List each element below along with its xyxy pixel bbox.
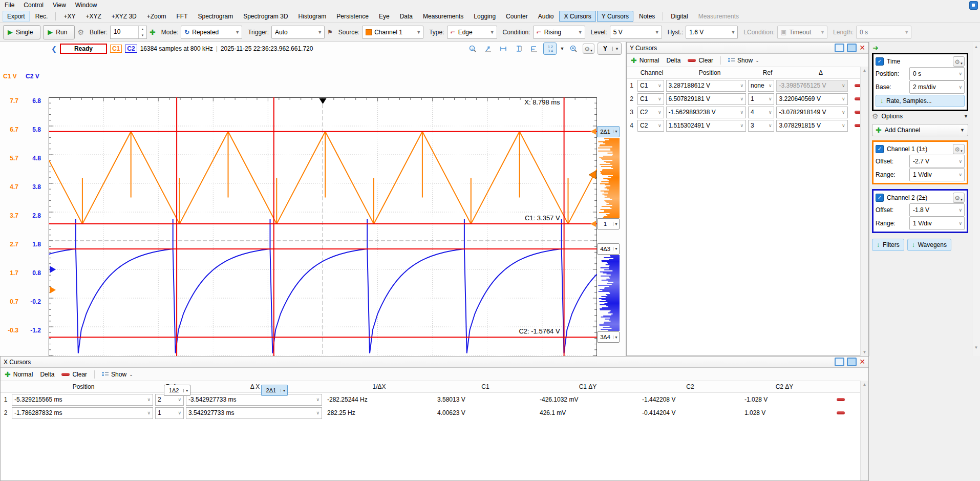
x-dx-combo[interactable]: -3.542927733 ms∨ [186, 394, 322, 406]
maximize-window-icon[interactable] [847, 44, 857, 52]
collapse-left-icon[interactable]: ❮ [51, 45, 57, 53]
edge-measure-button[interactable] [528, 43, 540, 54]
x-cursors-titlebar[interactable]: X Cursors ✕ [1, 357, 868, 368]
y-axis-selector[interactable]: Y▼ [598, 43, 622, 55]
time-base-select[interactable]: 2 ms/div∨ [909, 80, 965, 94]
quad-view-dropdown-icon[interactable]: ▼ [560, 46, 564, 51]
channel1-badge[interactable]: C1 [110, 45, 122, 53]
add-channel-button[interactable]: ✚ Add Channel ▼ [872, 124, 968, 136]
tab-logging[interactable]: Logging [469, 11, 500, 22]
channel-select[interactable]: C2∨ [637, 107, 664, 118]
tab-persistence[interactable]: Persistence [332, 11, 373, 22]
y-clear-button[interactable]: Clear [688, 57, 713, 64]
run-button[interactable]: ▶ Run [43, 25, 75, 39]
tab-audio[interactable]: Audio [534, 11, 559, 22]
trigger-select[interactable]: Auto ▼ [271, 26, 325, 39]
single-button[interactable]: ▶ Single [3, 25, 40, 39]
channel-select[interactable]: C1∨ [637, 80, 664, 92]
y-show-button[interactable]: Show⌄ [728, 57, 759, 64]
plot-area[interactable]: X: 8.798 msC1: 3.357 VC2: -1.5764 V [49, 97, 597, 384]
y-cursors-titlebar[interactable]: Y Cursors ✕ [627, 43, 868, 54]
app-icon[interactable] [969, 1, 978, 10]
condition-select[interactable]: ⌐ Rising ▼ [533, 26, 585, 39]
close-window-icon[interactable]: ✕ [859, 45, 865, 51]
y-cursor-tag-3Δ4[interactable]: 3Δ4▼ [597, 331, 620, 343]
y-cursor-tag-2Δ1[interactable]: 2Δ1▼ [597, 126, 620, 137]
x-show-button[interactable]: Show⌄ [102, 371, 133, 378]
tab--xy[interactable]: +XY [59, 11, 80, 22]
tab-y-cursors[interactable]: Y Cursors [597, 11, 633, 22]
channel1-offset-select[interactable]: -2.7 V∨ [909, 155, 965, 168]
tab-data[interactable]: Data [395, 11, 417, 22]
menu-window[interactable]: Window [71, 1, 102, 10]
source-select[interactable]: Channel 1 ▼ [362, 26, 423, 39]
menu-control[interactable]: Control [19, 1, 48, 10]
position-combo[interactable]: -1.5629893238 V∨ [666, 107, 746, 118]
delta-combo[interactable]: 3.220640569 V∨ [776, 93, 847, 105]
time-gear-button[interactable]: ⚙▼ [953, 56, 965, 67]
zoom-reset-button[interactable]: 1 [466, 43, 479, 54]
maximize-window-icon[interactable] [847, 358, 857, 366]
time-position-select[interactable]: 0 s∨ [909, 67, 965, 80]
x-add-delta-button[interactable]: Delta [40, 371, 54, 378]
quad-view-button[interactable]: 1234 [543, 43, 557, 55]
ref-select[interactable]: 4∨ [748, 107, 775, 118]
sidebar-scrollbar[interactable]: ▲ ▼ [972, 42, 980, 356]
tab-rec-[interactable]: Rec. [31, 11, 53, 22]
add-mode-icon[interactable]: ✚ [150, 28, 156, 36]
tab-counter[interactable]: Counter [501, 11, 532, 22]
ref-select[interactable]: none∨ [748, 80, 775, 92]
x-dx-combo[interactable]: 3.542927733 ms∨ [186, 407, 322, 419]
x-cursor-tag-1Δ2[interactable]: 1Δ2▼ [164, 385, 190, 396]
channel1-range-select[interactable]: 1 V/div∨ [909, 168, 965, 181]
y-cursors-scrollbar[interactable]: ▲ ▼ [860, 67, 868, 356]
y-add-normal-button[interactable]: ✚Normal [631, 56, 659, 65]
level-select[interactable]: 5 V ▼ [610, 26, 662, 39]
zoom-in-button[interactable] [567, 43, 580, 54]
channel1-checkbox[interactable]: ✓ [876, 145, 884, 153]
tab-spectrogram-3d[interactable]: Spectrogram 3D [239, 11, 292, 22]
vertical-measure-button[interactable] [513, 43, 525, 54]
menu-file[interactable]: File [0, 1, 19, 10]
scroll-up-icon[interactable]: ▲ [861, 382, 868, 387]
delta-combo[interactable]: -3.3985765125 V∨ [776, 80, 847, 92]
scroll-down-icon[interactable]: ▼ [861, 350, 868, 354]
channel2-range-select[interactable]: 1 V/div∨ [909, 217, 965, 230]
y-cursor-tag-1[interactable]: 1▼ [597, 218, 620, 229]
tab-measurements[interactable]: Measurements [418, 11, 468, 22]
scroll-up-icon[interactable]: ▲ [973, 45, 979, 49]
menu-view[interactable]: View [48, 1, 71, 10]
tab--xyz-3d[interactable]: +XYZ 3D [107, 11, 141, 22]
float-window-icon[interactable] [835, 44, 844, 52]
tab-export[interactable]: Export [3, 11, 30, 22]
hysteresis-select[interactable]: 1.6 V ▼ [686, 26, 738, 39]
position-combo[interactable]: 3.287188612 V∨ [666, 80, 746, 92]
delta-combo[interactable]: -3.0782918149 V∨ [776, 107, 847, 118]
horizontal-measure-button[interactable] [497, 43, 509, 54]
x-add-normal-button[interactable]: ✚Normal [5, 370, 33, 379]
channel2-checkbox[interactable]: ✓ [876, 194, 884, 202]
time-checkbox[interactable]: ✓ [876, 57, 884, 66]
y-cursor-tag-4Δ3[interactable]: 4Δ3▼ [597, 243, 620, 255]
buffer-spinbox[interactable]: 10 ▲▼ [110, 26, 147, 39]
tab--zoom[interactable]: +Zoom [142, 11, 171, 22]
position-combo[interactable]: 6.507829181 V∨ [666, 93, 746, 105]
position-combo[interactable]: 1.515302491 V∨ [666, 120, 746, 132]
channel2-badge[interactable]: C2 [125, 45, 137, 53]
scroll-down-icon[interactable]: ▼ [973, 345, 979, 350]
wavegens-button[interactable]: ↓Wavegens [907, 239, 951, 251]
mode-select[interactable]: ↻ Repeated ▼ [181, 26, 242, 39]
filters-button[interactable]: ↓Filters [872, 239, 904, 251]
x-cursors-scrollbar[interactable]: ▲ [860, 381, 868, 480]
type-select[interactable]: ⌐ Edge ▼ [447, 26, 497, 39]
tab--xyz[interactable]: +XYZ [81, 11, 105, 22]
y-add-delta-button[interactable]: Delta [666, 57, 680, 64]
tab-spectrogram[interactable]: Spectrogram [193, 11, 238, 22]
rate-samples-button[interactable]: ↓ Rate, Samples... [876, 95, 965, 107]
ref-select[interactable]: 1∨ [748, 93, 775, 105]
plot-settings-button[interactable]: ⚙▼ [583, 44, 594, 54]
ref-select[interactable]: 3∨ [748, 120, 775, 132]
tab-fft[interactable]: FFT [172, 11, 192, 22]
y-axis-selector-arrow[interactable]: ▼ [612, 47, 621, 51]
channel1-gear-button[interactable]: ⚙▼ [953, 144, 965, 154]
